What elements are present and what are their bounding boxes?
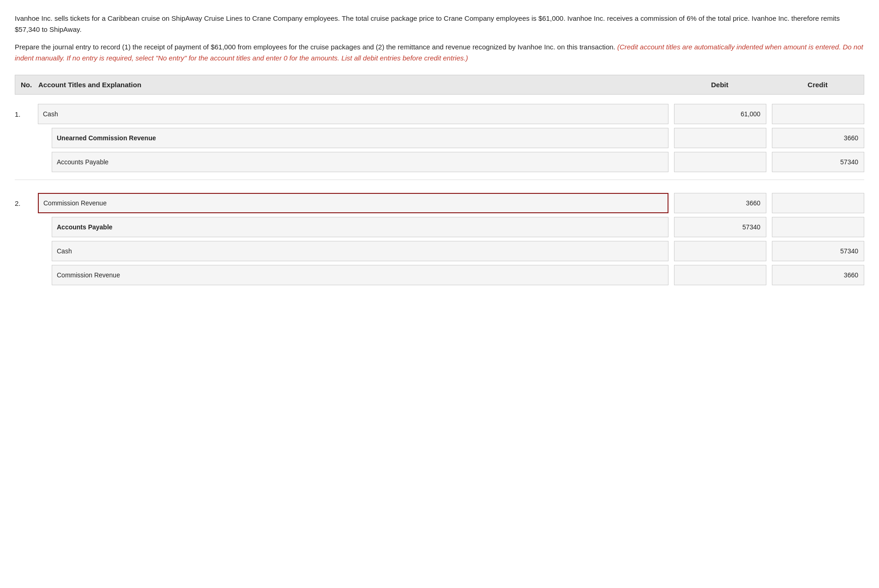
debit-field-unearned[interactable]	[674, 128, 766, 148]
account-field-cash-1[interactable]: Cash	[38, 104, 668, 124]
table-row: 2. Commission Revenue 3660	[15, 193, 864, 213]
table-row: 1. Cash 61,000	[15, 104, 864, 124]
description-block: Ivanhoe Inc. sells tickets for a Caribbe…	[15, 13, 864, 64]
credit-field-cash-1[interactable]	[772, 104, 864, 124]
debit-field-commission-rev-2[interactable]: 3660	[674, 193, 766, 213]
table-row: Unearned Commission Revenue 3660	[15, 128, 864, 148]
table-row: Accounts Payable 57340	[15, 152, 864, 172]
journal-container: No. Account Titles and Explanation Debit…	[15, 75, 864, 293]
header-debit: Debit	[674, 81, 766, 89]
table-header: No. Account Titles and Explanation Debit…	[15, 75, 864, 95]
account-field-unearned[interactable]: Unearned Commission Revenue	[52, 128, 668, 148]
credit-field-ap-1[interactable]: 57340	[772, 152, 864, 172]
section-1: 1. Cash 61,000 Unearned Commission Reven…	[15, 96, 864, 180]
credit-field-unearned[interactable]: 3660	[772, 128, 864, 148]
separator	[15, 180, 864, 185]
debit-field-cash-2[interactable]	[674, 241, 766, 261]
entry-number-1: 1.	[15, 110, 38, 118]
credit-field-ap-2[interactable]	[772, 217, 864, 237]
credit-field-cash-2[interactable]: 57340	[772, 241, 864, 261]
description-para2-start: Prepare the journal entry to record (1) …	[15, 43, 615, 51]
debit-field-ap-2[interactable]: 57340	[674, 217, 766, 237]
header-account: Account Titles and Explanation	[38, 81, 674, 89]
account-field-ap-1[interactable]: Accounts Payable	[52, 152, 668, 172]
entry-number-2: 2.	[15, 199, 38, 207]
debit-field-cash-1[interactable]: 61,000	[674, 104, 766, 124]
credit-field-commission-rev-2[interactable]	[772, 193, 864, 213]
debit-field-commission-rev-2b[interactable]	[674, 265, 766, 285]
debit-field-ap-1[interactable]	[674, 152, 766, 172]
header-no: No.	[15, 81, 38, 89]
description-para1: Ivanhoe Inc. sells tickets for a Caribbe…	[15, 13, 864, 35]
account-field-commission-rev-2[interactable]: Commission Revenue	[38, 193, 668, 213]
account-field-cash-2[interactable]: Cash	[52, 241, 668, 261]
table-row: Commission Revenue 3660	[15, 265, 864, 285]
table-row: Cash 57340	[15, 241, 864, 261]
table-row: Accounts Payable 57340	[15, 217, 864, 237]
account-field-commission-rev-2b[interactable]: Commission Revenue	[52, 265, 668, 285]
section-2: 2. Commission Revenue 3660 Accounts Paya…	[15, 185, 864, 293]
description-para2: Prepare the journal entry to record (1) …	[15, 42, 864, 64]
account-field-ap-2[interactable]: Accounts Payable	[52, 217, 668, 237]
credit-field-commission-rev-2b[interactable]: 3660	[772, 265, 864, 285]
header-credit: Credit	[771, 81, 864, 89]
